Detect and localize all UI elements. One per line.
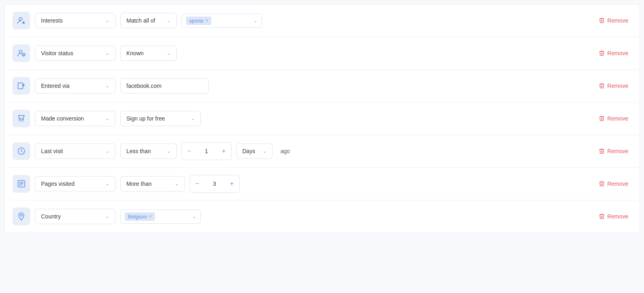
svg-point-8 bbox=[21, 214, 23, 216]
remove-icon bbox=[599, 148, 605, 154]
interests-value-chevron: ⌄ bbox=[254, 18, 258, 23]
pages-visited-field-label: Pages visited bbox=[41, 181, 74, 187]
last-visit-ago-label: ago bbox=[277, 148, 293, 154]
last-visit-field-dropdown[interactable]: Last visit ⌄ bbox=[35, 143, 116, 159]
made-conversion-condition-dropdown[interactable]: Sign up for free ⌄ bbox=[120, 111, 201, 126]
interests-tag-value: sports bbox=[189, 18, 203, 24]
svg-point-0 bbox=[19, 18, 22, 21]
svg-point-5 bbox=[23, 121, 23, 122]
svg-point-1 bbox=[19, 50, 22, 53]
remove-icon bbox=[599, 115, 605, 122]
entered-via-field-label: Entered via bbox=[41, 83, 70, 89]
pages-visited-condition-dropdown[interactable]: More than ⌄ bbox=[120, 176, 185, 191]
entered-via-icon bbox=[12, 77, 30, 95]
last-visit-days-chevron: ⌄ bbox=[262, 148, 266, 154]
last-visit-remove-label: Remove bbox=[607, 148, 628, 154]
interests-field-label: Interests bbox=[41, 17, 63, 24]
country-icon bbox=[12, 208, 30, 225]
country-remove-button[interactable]: Remove bbox=[595, 211, 632, 222]
remove-icon bbox=[599, 181, 605, 187]
last-visit-increment-button[interactable]: + bbox=[217, 143, 231, 160]
pages-visited-increment-button[interactable]: + bbox=[225, 175, 239, 192]
last-visit-remove-button[interactable]: Remove bbox=[595, 145, 632, 157]
visitor-status-remove-button[interactable]: Remove bbox=[595, 48, 632, 59]
interests-field-chevron: ⌄ bbox=[105, 18, 109, 23]
last-visit-icon bbox=[12, 142, 30, 160]
filter-row-made-conversion: Made conversion ⌄ Sign up for free ⌄ Rem… bbox=[4, 102, 640, 135]
remove-icon bbox=[599, 17, 605, 24]
visitor-status-field-chevron: ⌄ bbox=[105, 50, 109, 56]
visitor-status-field-label: Visitor status bbox=[41, 50, 73, 56]
country-value-chevron: ⌄ bbox=[192, 214, 196, 219]
filter-row-interests: Interests ⌄ Match all of ⌄ sports × ⌄ Re… bbox=[4, 4, 640, 37]
entered-via-remove-label: Remove bbox=[607, 83, 628, 89]
interests-condition-dropdown[interactable]: Match all of ⌄ bbox=[120, 13, 177, 28]
visitor-status-remove-label: Remove bbox=[607, 50, 628, 56]
last-visit-condition-dropdown[interactable]: Less than ⌄ bbox=[120, 143, 177, 159]
last-visit-stepper: − 1 + bbox=[182, 142, 231, 160]
made-conversion-field-chevron: ⌄ bbox=[105, 116, 109, 121]
filter-row-entered-via: Entered via ⌄ Remove bbox=[4, 70, 640, 102]
remove-icon bbox=[599, 83, 605, 89]
filter-row-pages-visited: Pages visited ⌄ More than ⌄ − 3 + Remove bbox=[4, 168, 640, 200]
interests-value-dropdown[interactable]: sports × ⌄ bbox=[182, 14, 262, 28]
visitor-status-condition-dropdown[interactable]: Known ⌄ bbox=[120, 46, 177, 61]
filter-row-last-visit: Last visit ⌄ Less than ⌄ − 1 + Days ⌄ ag… bbox=[4, 135, 640, 168]
interests-condition-chevron: ⌄ bbox=[167, 18, 171, 23]
interests-icon bbox=[12, 12, 30, 29]
pages-visited-stepper: − 3 + bbox=[190, 175, 239, 193]
last-visit-decrement-button[interactable]: − bbox=[182, 143, 196, 160]
pages-visited-field-dropdown[interactable]: Pages visited ⌄ bbox=[35, 176, 116, 191]
last-visit-stepper-value: 1 bbox=[196, 148, 217, 154]
entered-via-text-input[interactable] bbox=[120, 78, 209, 94]
svg-point-4 bbox=[20, 121, 21, 122]
visitor-status-icon bbox=[12, 44, 30, 62]
last-visit-condition-chevron: ⌄ bbox=[167, 148, 171, 154]
remove-icon bbox=[599, 213, 605, 220]
country-tag-value: Belgium bbox=[128, 214, 147, 220]
country-tag: Belgium × bbox=[125, 212, 155, 221]
made-conversion-field-dropdown[interactable]: Made conversion ⌄ bbox=[35, 111, 116, 126]
interests-remove-button[interactable]: Remove bbox=[595, 15, 632, 26]
interests-tag: sports × bbox=[186, 17, 211, 25]
country-tag-remove[interactable]: × bbox=[149, 214, 152, 219]
interests-remove-label: Remove bbox=[607, 17, 628, 24]
interests-field-dropdown[interactable]: Interests ⌄ bbox=[35, 13, 116, 28]
country-value-dropdown[interactable]: Belgium × ⌄ bbox=[120, 210, 201, 224]
country-remove-label: Remove bbox=[607, 213, 628, 220]
made-conversion-remove-label: Remove bbox=[607, 115, 628, 122]
interests-tag-remove[interactable]: × bbox=[205, 18, 208, 23]
last-visit-field-chevron: ⌄ bbox=[105, 148, 109, 154]
visitor-status-field-dropdown[interactable]: Visitor status ⌄ bbox=[35, 46, 116, 61]
last-visit-field-label: Last visit bbox=[41, 148, 63, 154]
visitor-status-condition-chevron: ⌄ bbox=[167, 50, 171, 56]
svg-rect-3 bbox=[18, 83, 23, 89]
pages-visited-decrement-button[interactable]: − bbox=[190, 175, 204, 192]
country-field-label: Country bbox=[41, 213, 61, 220]
entered-via-remove-button[interactable]: Remove bbox=[595, 80, 632, 91]
pages-visited-condition-chevron: ⌄ bbox=[175, 181, 179, 187]
made-conversion-condition-chevron: ⌄ bbox=[191, 116, 195, 121]
country-field-chevron: ⌄ bbox=[105, 214, 109, 219]
made-conversion-remove-button[interactable]: Remove bbox=[595, 113, 632, 124]
filter-row-visitor-status: Visitor status ⌄ Known ⌄ Remove bbox=[4, 37, 640, 70]
last-visit-days-label: Days bbox=[242, 148, 255, 154]
filter-row-country: Country ⌄ Belgium × ⌄ Remove bbox=[4, 200, 640, 233]
pages-visited-field-chevron: ⌄ bbox=[105, 181, 109, 187]
pages-visited-icon bbox=[12, 175, 30, 193]
made-conversion-icon bbox=[12, 110, 30, 127]
last-visit-days-dropdown[interactable]: Days ⌄ bbox=[236, 143, 272, 159]
country-field-dropdown[interactable]: Country ⌄ bbox=[35, 209, 116, 224]
remove-icon bbox=[599, 50, 605, 56]
made-conversion-condition-label: Sign up for free bbox=[126, 115, 165, 122]
pages-visited-stepper-value: 3 bbox=[204, 181, 225, 187]
pages-visited-remove-label: Remove bbox=[607, 181, 628, 187]
entered-via-field-dropdown[interactable]: Entered via ⌄ bbox=[35, 78, 116, 94]
interests-condition-label: Match all of bbox=[126, 17, 155, 24]
made-conversion-field-label: Made conversion bbox=[41, 115, 84, 122]
entered-via-field-chevron: ⌄ bbox=[105, 83, 109, 89]
visitor-status-condition-label: Known bbox=[126, 50, 144, 56]
pages-visited-remove-button[interactable]: Remove bbox=[595, 178, 632, 189]
filter-list: Interests ⌄ Match all of ⌄ sports × ⌄ Re… bbox=[4, 4, 640, 233]
pages-visited-condition-label: More than bbox=[126, 181, 152, 187]
